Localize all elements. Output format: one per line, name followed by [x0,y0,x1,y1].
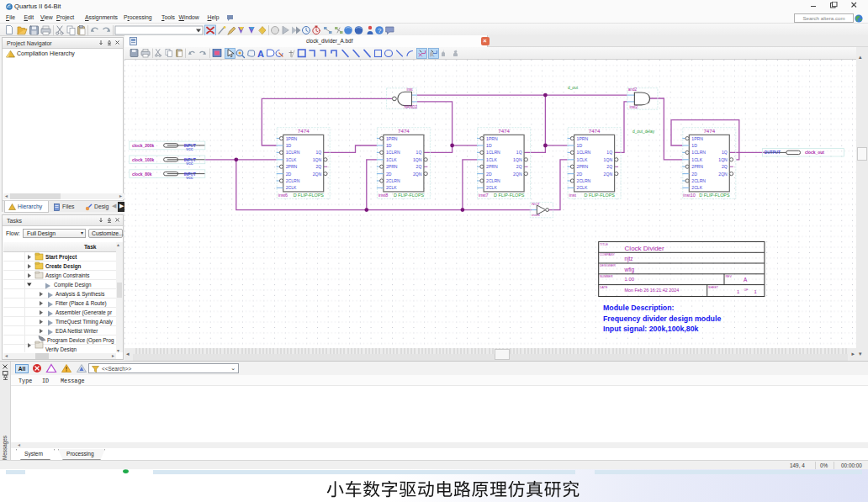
svg-text:inst10: inst10 [683,193,695,198]
svg-text:Start Project: Start Project [45,254,77,261]
svg-text:clock_100k: clock_100k [132,158,154,162]
svg-text:Fitter (Place & Route): Fitter (Place & Route) [56,300,107,307]
svg-text:OF: OF [744,288,749,292]
svg-text:Program Device (Open Prog: Program Device (Open Prog [47,337,114,344]
svg-text:1.00: 1.00 [625,277,634,282]
svg-text:1: 1 [754,289,757,294]
svg-text:d_out_delay: d_out_delay [632,129,655,134]
svg-text:Module Description:: Module Description: [603,304,675,312]
svg-text:Clock Divider: Clock Divider [625,245,664,252]
svg-text:NAND2: NAND2 [405,105,418,109]
svg-text:A: A [257,49,264,59]
svg-text:clock_out: clock_out [805,151,824,155]
svg-text:EDA Netlist Writer: EDA Netlist Writer [56,328,98,334]
svg-text:Verify Design: Verify Design [45,346,77,352]
svg-text:TITLE: TITLE [600,243,608,246]
svg-text:inst2: inst2 [629,105,638,109]
svg-text:and2: and2 [628,87,638,92]
svg-text:inst3: inst3 [532,213,540,217]
svg-text:SHEET: SHEET [708,286,719,289]
svg-text:Create Design: Create Design [45,263,81,270]
svg-text:COMPANY: COMPANY [600,253,616,256]
svg-text:Input signal: 200k,100k,80k: Input signal: 200k,100k,80k [603,325,699,333]
svg-text:clock_80k: clock_80k [132,172,152,177]
svg-text:Assign Constraints: Assign Constraints [45,272,90,279]
svg-text:REV: REV [726,275,733,278]
svg-text:Mon Feb 26 16:21:42 2024: Mon Feb 26 16:21:42 2024 [625,288,680,293]
svg-text:wfig: wfig [624,267,635,273]
svg-text:d_out: d_out [568,86,579,90]
svg-text:OUTPUT: OUTPUT [765,151,781,155]
svg-text:TimeQuest Timing Analy: TimeQuest Timing Analy [56,319,114,325]
svg-text:DESIGNER: DESIGNER [600,264,616,267]
svg-text:inst: inst [407,87,414,92]
svg-text:Compile Design: Compile Design [54,282,92,288]
svg-text:clock_200k: clock_200k [132,144,154,148]
svg-text:A: A [744,277,748,283]
svg-text:DATE: DATE [600,286,608,289]
svg-text:inst7: inst7 [479,193,488,198]
svg-text:Assembler (Generate pr: Assembler (Generate pr [56,309,112,316]
svg-text:inst6: inst6 [278,193,288,198]
svg-text:inst: inst [569,193,577,198]
svg-text:NOT: NOT [532,202,540,206]
svg-text:njtz: njtz [625,256,633,262]
svg-text:?: ? [378,27,382,34]
svg-text:Frequency divider design modul: Frequency divider design module [603,314,721,323]
svg-text:NUMBER: NUMBER [600,275,613,278]
svg-text:1: 1 [737,289,739,294]
svg-text:Analysis & Synthesis: Analysis & Synthesis [56,291,104,298]
svg-text:inst8: inst8 [378,193,388,198]
